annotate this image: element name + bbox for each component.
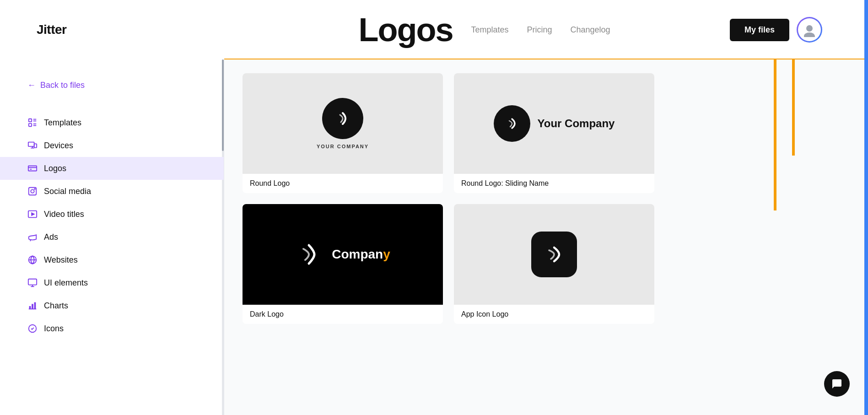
brand-logo[interactable]: Jitter <box>37 22 66 37</box>
svg-rect-2 <box>29 119 32 122</box>
sidebar-item-ads-label: Ads <box>44 232 58 242</box>
main-layout: ← Back to files Templates <box>0 59 868 415</box>
sidebar-item-social-media[interactable]: Social media <box>0 180 224 203</box>
sidebar-scrollbar <box>222 59 224 415</box>
template-preview-app-icon <box>454 204 654 305</box>
sidebar-item-video-titles-label: Video titles <box>44 210 84 219</box>
nav-link-changelog[interactable]: Changelog <box>571 25 610 35</box>
my-files-button[interactable]: My files <box>730 19 789 41</box>
orange-bar-right-tall <box>774 59 776 210</box>
charts-icon <box>27 301 38 311</box>
main-content: YOUR COMPANY Round Logo Your <box>224 59 868 415</box>
sidebar-item-charts-label: Charts <box>44 301 68 311</box>
svg-point-1 <box>804 32 815 37</box>
sidebar-item-charts[interactable]: Charts <box>0 294 224 317</box>
svg-rect-3 <box>29 124 32 126</box>
company-name-under: YOUR COMPANY <box>317 144 369 149</box>
sidebar-scrollbar-thumb[interactable] <box>222 59 224 151</box>
header-right: My files <box>730 17 822 43</box>
sidebar-item-logos-label: Logos <box>44 164 66 173</box>
round-logo-sliding-visual: Your Company <box>494 105 615 142</box>
sidebar-item-icons-label: Icons <box>44 324 64 334</box>
chat-button[interactable] <box>824 371 850 397</box>
avatar[interactable] <box>797 17 822 43</box>
svg-point-18 <box>31 189 34 193</box>
sidebar-item-templates[interactable]: Templates <box>0 111 224 134</box>
svg-rect-11 <box>34 144 37 147</box>
header: Jitter Logos Templates Pricing Changelog… <box>0 0 868 59</box>
template-label-sliding: Round Logo: Sliding Name <box>454 174 654 193</box>
app-icon-shape <box>531 232 577 277</box>
devices-icon <box>27 140 38 151</box>
template-preview-round-logo: YOUR COMPANY <box>243 73 443 174</box>
templates-icon <box>27 118 38 128</box>
sidebar-item-templates-label: Templates <box>44 118 81 128</box>
back-to-files-label: Back to files <box>40 81 85 90</box>
sidebar-item-websites-label: Websites <box>44 255 78 265</box>
site-title: Logos <box>358 13 453 46</box>
svg-rect-27 <box>29 306 31 309</box>
svg-rect-8 <box>28 142 34 146</box>
sidebar-item-social-label: Social media <box>44 187 91 196</box>
ui-elements-icon <box>27 278 38 288</box>
svg-point-0 <box>806 25 813 32</box>
template-card-round-logo-sliding[interactable]: Your Company Round Logo: Sliding Name <box>454 73 654 193</box>
templates-grid: YOUR COMPANY Round Logo Your <box>243 73 654 324</box>
ads-icon <box>27 232 38 242</box>
sidebar-item-ui-elements-label: UI elements <box>44 278 88 288</box>
dark-logo-visual: Company <box>295 241 390 268</box>
svg-point-19 <box>34 189 35 189</box>
back-arrow-icon: ← <box>27 81 36 90</box>
company-y-letter: y <box>383 247 390 261</box>
sidebar-item-websites[interactable]: Websites <box>0 248 224 271</box>
sidebar-item-devices[interactable]: Devices <box>0 134 224 157</box>
svg-rect-23 <box>28 279 37 285</box>
template-label-round-logo: Round Logo <box>243 174 443 193</box>
social-media-icon <box>27 186 38 196</box>
logos-icon <box>27 163 38 173</box>
logo-circle-sliding <box>494 105 530 142</box>
template-card-round-logo[interactable]: YOUR COMPANY Round Logo <box>243 73 443 193</box>
sidebar-item-icons[interactable]: Icons <box>0 317 224 340</box>
sidebar-item-ads[interactable]: Ads <box>0 226 224 248</box>
template-preview-dark: Company <box>243 204 443 305</box>
logo-circle <box>322 98 363 139</box>
sidebar-item-video-titles[interactable]: Video titles <box>0 203 224 226</box>
svg-rect-14 <box>28 166 37 171</box>
sidebar-item-logos[interactable]: Logos <box>0 157 224 180</box>
dark-logo-company-name: Company <box>332 247 390 262</box>
nav-link-pricing[interactable]: Pricing <box>527 25 552 35</box>
svg-rect-29 <box>34 302 36 309</box>
sidebar: ← Back to files Templates <box>0 59 224 415</box>
template-card-app-icon[interactable]: App Icon Logo <box>454 204 654 324</box>
app-icon-visual <box>531 232 577 277</box>
svg-rect-28 <box>32 304 33 309</box>
company-name-sliding: Your Company <box>538 117 615 130</box>
round-logo-visual: YOUR COMPANY <box>317 98 369 149</box>
websites-icon <box>27 255 38 265</box>
template-preview-sliding: Your Company <box>454 73 654 174</box>
sidebar-item-ui-elements[interactable]: UI elements <box>0 271 224 294</box>
video-titles-icon <box>27 209 38 219</box>
header-center: Logos Templates Pricing Changelog <box>358 13 610 46</box>
icons-icon <box>27 323 38 334</box>
template-card-dark-logo[interactable]: Company Dark Logo <box>243 204 443 324</box>
orange-bar-right-short <box>792 59 795 156</box>
template-label-dark: Dark Logo <box>243 305 443 324</box>
header-nav: Templates Pricing Changelog <box>471 25 610 35</box>
blue-right-border <box>864 0 868 415</box>
template-label-app-icon: App Icon Logo <box>454 305 654 324</box>
nav-link-templates[interactable]: Templates <box>471 25 508 35</box>
back-to-files-link[interactable]: ← Back to files <box>0 73 224 97</box>
sidebar-item-devices-label: Devices <box>44 141 73 151</box>
svg-marker-21 <box>32 213 34 216</box>
